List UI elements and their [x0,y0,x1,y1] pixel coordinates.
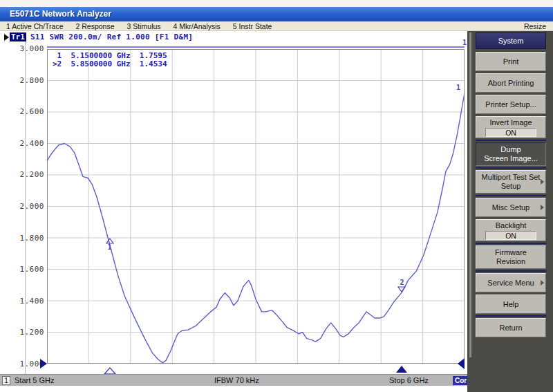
softkey-multiport-test-set-setup[interactable]: Multiport Test SetSetup [476,170,546,194]
menu-item-5[interactable]: 5 Instr State [227,22,279,30]
y-axis-labels: 3.0002.8002.6002.4002.2002.0001.8001.600… [0,44,44,368]
trace-end-number-label: 1 [456,84,460,91]
marker-1-number: 1 [105,244,115,251]
y-axis-tick-label: 1.600 [0,265,44,274]
graticule: 1 1 1 5.1500000 GHz 1.7595 >2 5.8500000 … [47,49,465,364]
softkey-label: Service Menu [487,279,534,288]
softkey-label: Printer Setup... [485,100,536,109]
y-axis-tick-label: 1.400 [0,297,44,306]
softkey-toggle-state: ON [485,231,536,240]
softkey-label: Setup [501,182,521,191]
marker-2-stimulus-indicator [396,366,407,373]
softkey-firmware-revision[interactable]: FirmwareRevision [476,245,546,269]
menu-item-4[interactable]: 4 Mkr/Analysis [167,22,227,30]
softkey-separator [476,195,546,196]
status-bar: 1 Start 5 GHz IFBW 70 kHz Stop 6 GHz Cor… [0,374,484,386]
softkey-toggle-state: ON [485,128,536,137]
y-axis-tick-label: 1.800 [0,234,44,243]
softkey-label: Print [503,57,519,66]
y-axis-tick-label: 1.000 [0,360,44,368]
ifbw-value[interactable]: IFBW 70 kHz [214,376,259,384]
softkey-label: Help [503,300,519,309]
memory-trace-number-label: 1 [462,39,467,46]
softkey-menu-header: System [476,32,546,49]
y-axis-tick-label: 2.400 [0,139,44,148]
softkey-label: Abort Printing [488,79,534,88]
correction-status-badge: Cor [453,376,469,385]
trace-settings-text: S11 SWR 200.0m/ Ref 1.000 [F1 D&M] [30,32,193,41]
softkey-misc-setup[interactable]: Misc Setup [476,198,546,217]
trace-info-bar: Tr1 S11 SWR 200.0m/ Ref 1.000 [F1 D&M] [4,32,193,41]
y-axis-tick-label: 2.200 [0,170,44,179]
softkey-label: Backlight [496,221,527,230]
softkey-label: Revision [496,257,525,266]
softkey-separator [476,315,546,317]
marker-2-number: 2 [397,279,406,286]
softkey-separator [476,167,546,169]
softkey-panel: System PrintAbort PrintingPrinter Setup.… [467,31,553,392]
window-title: E5071C Network Analyzer [10,9,111,19]
menu-item-2[interactable]: 2 Response [69,22,120,30]
softkey-abort-printing[interactable]: Abort Printing [476,73,546,93]
y-axis-tick-label: 2.000 [0,202,44,211]
y-axis-tick-label: 1.200 [0,328,44,337]
softkey-separator [476,140,546,141]
marker-2-triangle-icon [397,286,406,292]
softkey-scrollbar[interactable] [469,32,471,357]
menu-item-3[interactable]: 3 Stimulus [121,22,167,30]
softkey-label: Multiport Test Set [482,173,541,182]
submenu-arrow-icon [541,280,544,286]
softkey-print[interactable]: Print [476,52,546,71]
instrument-screen: E5071C Network Analyzer 1 Active Ch/Trac… [0,0,553,392]
trace-plot [47,49,465,364]
softkey-label: Dump [500,145,521,154]
menu-resize[interactable]: Resize [517,22,553,30]
reference-level-arrow-right [458,358,465,369]
submenu-arrow-icon [541,179,544,185]
menu-item-1[interactable]: 1 Active Ch/Trace [0,22,69,30]
memory-trace-clipped [47,46,465,48]
softkey-separator [476,243,546,244]
trace-badge[interactable]: Tr1 [10,32,26,41]
softkey-label: Screen Image... [484,154,538,163]
y-axis-tick-label: 2.800 [0,76,44,85]
softkey-invert-image[interactable]: Invert ImageON [476,116,546,138]
channel-number-box: 1 [2,376,10,385]
analyzer-display: Tr1 S11 SWR 200.0m/ Ref 1.000 [F1 D&M] 3… [0,31,467,392]
y-axis-tick-label: 3.000 [0,44,44,53]
marker-readout: 1 5.1500000 GHz 1.7595 >2 5.8500000 GHz … [53,52,167,68]
softkey-backlight[interactable]: BacklightON [476,219,546,241]
softkey-printer-setup[interactable]: Printer Setup... [476,95,546,114]
window-titlebar: E5071C Network Analyzer [0,7,553,21]
reference-level-arrow-left [40,359,47,368]
y-axis-tick-label: 2.600 [0,107,44,116]
marker-2-symbol: 2 [397,279,406,292]
start-frequency[interactable]: Start 5 GHz [15,376,54,384]
marker-1-symbol: 1 [105,238,115,251]
softkey-label: Invert Image [489,118,532,127]
softkey-label: Return [499,324,522,333]
submenu-arrow-icon [541,205,544,210]
softkey-service-menu[interactable]: Service Menu [476,273,546,292]
active-trace-arrow-icon [4,34,9,41]
stop-frequency[interactable]: Stop 6 GHz [389,376,429,384]
softkey-separator [476,270,546,272]
softkey-label: Misc Setup [492,203,529,212]
softkey-label: Firmware [495,248,527,257]
softkey-help[interactable]: Help [476,295,546,314]
softkey-return[interactable]: Return [476,318,546,337]
softkey-dump-screen-image[interactable]: DumpScreen Image... [476,142,546,166]
menu-bar: 1 Active Ch/Trace2 Response3 Stimulus4 M… [0,21,553,31]
